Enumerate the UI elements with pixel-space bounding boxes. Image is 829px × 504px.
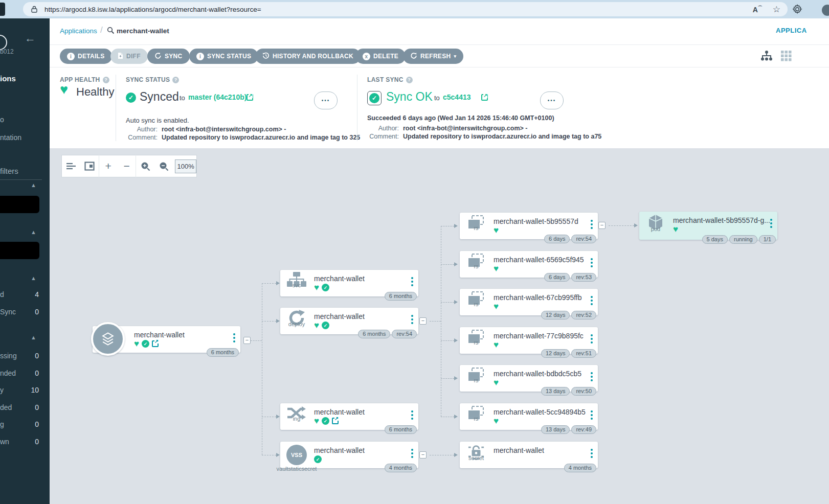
details-button[interactable]: iDETAILS bbox=[60, 49, 112, 64]
refresh-button[interactable]: REFRESH ▾ bbox=[403, 49, 463, 64]
filter-label: wn bbox=[0, 438, 9, 446]
sync-button[interactable]: SYNC bbox=[147, 49, 190, 64]
last-sync-menu-button[interactable]: ••• bbox=[540, 91, 564, 109]
fit-to-screen-icon[interactable] bbox=[80, 162, 99, 171]
graph-node-vaultstaticsecret[interactable]: VSS vaultstaticsecret merchant-wallet ✓ … bbox=[280, 442, 418, 468]
graph-node-service[interactable]: svc merchant-wallet ♥ ✓ 6 months bbox=[280, 270, 418, 296]
node-kind-label: secret bbox=[453, 455, 500, 461]
sidebar-collapse-arrow[interactable]: ← bbox=[25, 32, 36, 45]
edge bbox=[609, 225, 634, 226]
node-menu-button[interactable] bbox=[591, 410, 593, 420]
help-icon[interactable]: ? bbox=[103, 77, 109, 83]
zoom-level-input[interactable]: 100% bbox=[175, 159, 196, 173]
sync-status-menu-button[interactable]: ••• bbox=[314, 91, 338, 109]
graph-node-replicaset[interactable]: rs merchant-wallet-5b95557d ♥ 6 days rev… bbox=[460, 213, 598, 239]
filter-suspended[interactable]: nded 0 bbox=[0, 369, 39, 377]
browser-tab-remnant bbox=[0, 3, 5, 16]
collapse-node-button[interactable]: − bbox=[243, 337, 251, 344]
node-menu-button[interactable] bbox=[591, 296, 593, 305]
revision-badge: rev:52 bbox=[571, 311, 596, 319]
node-kind-label: vaultstaticsecret bbox=[273, 466, 320, 472]
node-menu-button[interactable] bbox=[411, 277, 413, 286]
browser-settings-gear-icon[interactable] bbox=[792, 4, 803, 17]
diff-button[interactable]: DIFF bbox=[110, 49, 148, 64]
filter-progressing[interactable]: ssing 0 bbox=[0, 352, 39, 360]
filter-label: y bbox=[0, 386, 4, 394]
external-link-icon[interactable]: ↗ bbox=[332, 418, 339, 424]
layout-list-icon[interactable] bbox=[62, 162, 80, 171]
filter-label: d bbox=[0, 290, 4, 299]
zoom-in-button[interactable]: + bbox=[99, 160, 118, 172]
ready-count-badge: 1/1 bbox=[759, 235, 776, 244]
graph-node-application[interactable]: merchant-wallet ♥ ✓ ↗ 6 months bbox=[93, 326, 240, 353]
filter-section-collapse-icon[interactable]: ▲ bbox=[31, 229, 36, 235]
node-menu-button[interactable] bbox=[591, 372, 593, 381]
graph-node-pod[interactable]: pod merchant-wallet-5b95557d-g... ♥ 5 da… bbox=[639, 212, 777, 240]
edge bbox=[430, 455, 454, 455]
magnifier-minus-icon[interactable] bbox=[154, 162, 173, 171]
filter-healthy[interactable]: y 10 bbox=[0, 386, 39, 394]
graph-node-secret[interactable]: secret merchant-wallet 4 months bbox=[460, 442, 598, 468]
node-menu-button[interactable] bbox=[591, 449, 593, 458]
node-menu-button[interactable] bbox=[591, 220, 593, 229]
sidebar-item-settings[interactable]: o bbox=[0, 116, 4, 124]
last-sync-target-link[interactable]: c5c4413 bbox=[443, 93, 471, 101]
read-aloud-icon[interactable]: A⌒ bbox=[753, 5, 763, 14]
node-menu-button[interactable] bbox=[591, 334, 593, 343]
sync-status-title: SYNC STATUS? bbox=[126, 76, 179, 83]
node-menu-button[interactable] bbox=[233, 333, 235, 342]
graph-node-replicaset[interactable]: rs merchant-wallet-6569c5f945 ♥ 6 days r… bbox=[460, 251, 598, 278]
node-menu-button[interactable] bbox=[411, 410, 413, 420]
filter-section-collapse-icon[interactable]: ▲ bbox=[31, 182, 36, 188]
app-name-search-value[interactable]: merchant-wallet bbox=[117, 27, 169, 35]
collapse-node-button[interactable]: − bbox=[419, 317, 427, 325]
browser-profile-avatar[interactable] bbox=[822, 5, 829, 16]
help-icon[interactable]: ? bbox=[172, 77, 179, 83]
status-panels: APP HEALTH? ♥ Healthy SYNC STATUS? ✓ Syn… bbox=[50, 67, 829, 148]
external-link-icon[interactable]: ↗ bbox=[152, 340, 159, 347]
graph-node-ingress[interactable]: ing merchant-wallet ♥ ✓ ↗ 6 months bbox=[280, 403, 418, 430]
external-link-icon[interactable]: ↗ bbox=[481, 94, 488, 101]
node-menu-button[interactable] bbox=[411, 315, 413, 324]
help-icon[interactable]: ? bbox=[406, 77, 413, 83]
graph-node-replicaset[interactable]: rs merchant-wallet-bdbdc5cb5 ♥ 13 days r… bbox=[460, 365, 598, 392]
sync-arrows-icon bbox=[154, 52, 162, 61]
filter-synced[interactable]: d 4 bbox=[0, 290, 39, 299]
refresh-icon bbox=[410, 52, 417, 61]
favorite-star-icon[interactable]: ☆ bbox=[773, 4, 780, 15]
external-link-icon[interactable]: ↗ bbox=[247, 94, 253, 101]
node-menu-button[interactable] bbox=[591, 258, 593, 267]
breadcrumb-applications-link[interactable]: Applications bbox=[60, 27, 97, 35]
history-rollback-button[interactable]: HISTORY AND ROLLBACK bbox=[255, 49, 361, 64]
filter-missing[interactable]: g 0 bbox=[0, 420, 39, 428]
tree-view-toggle-icon[interactable] bbox=[760, 50, 773, 63]
graph-node-deployment[interactable]: deploy merchant-wallet ♥ ✓ 6 months rev:… bbox=[280, 308, 418, 334]
node-menu-button[interactable] bbox=[770, 219, 772, 228]
grid-view-toggle-icon[interactable] bbox=[781, 51, 792, 63]
graph-toolbar: + − 100% bbox=[61, 155, 197, 177]
sync-status-button[interactable]: iSYNC STATUS bbox=[189, 49, 258, 64]
filter-section-collapse-icon[interactable]: ▲ bbox=[31, 275, 36, 281]
collapse-node-button[interactable]: − bbox=[598, 222, 606, 229]
filter-degraded[interactable]: ded 0 bbox=[0, 403, 39, 411]
graph-node-replicaset[interactable]: rs merchant-wallet-5cc94894b5 ♥ 13 days … bbox=[460, 403, 598, 430]
sidebar-item-applications[interactable]: ions bbox=[0, 74, 16, 83]
health-heart-icon: ♥ bbox=[134, 340, 139, 348]
graph-node-replicaset[interactable]: rs merchant-wallet-67cb995ffb ♥ 12 days … bbox=[460, 289, 598, 315]
collapse-node-button[interactable]: − bbox=[419, 451, 427, 459]
info-icon: i bbox=[196, 53, 204, 60]
redacted-filter-label bbox=[0, 196, 39, 213]
filter-outofsync[interactable]: Sync 0 bbox=[0, 308, 39, 316]
sidebar-item-documentation[interactable]: ntation bbox=[0, 133, 21, 142]
magnifier-plus-icon[interactable] bbox=[136, 162, 154, 171]
filter-unknown[interactable]: wn 0 bbox=[0, 438, 39, 446]
delete-button[interactable]: xDELETE bbox=[355, 49, 406, 64]
zoom-out-button[interactable]: − bbox=[118, 160, 136, 172]
filter-section-collapse-icon[interactable]: ▲ bbox=[31, 334, 36, 340]
sync-target-link[interactable]: master (64c210b) bbox=[188, 93, 247, 101]
node-menu-button[interactable] bbox=[411, 449, 413, 458]
sync-check-icon: ✓ bbox=[314, 455, 322, 463]
graph-node-replicaset[interactable]: rs merchant-wallet-77c9b895fc ♥ 12 days … bbox=[460, 327, 598, 354]
address-bar[interactable]: https://argocd.k8.isw.la/applications/ar… bbox=[23, 2, 788, 16]
url-text[interactable]: https://argocd.k8.isw.la/applications/ar… bbox=[44, 6, 261, 13]
